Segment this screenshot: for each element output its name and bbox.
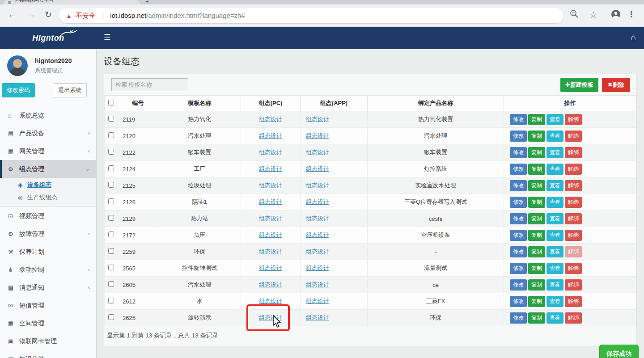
sidebar-item[interactable]: ✉短信管理 [0, 296, 96, 314]
pc-design-link[interactable]: 组态设计 [259, 248, 282, 255]
copy-button[interactable]: 复制 [528, 147, 545, 158]
copy-button[interactable]: 复制 [528, 312, 545, 324]
view-button[interactable]: 查看 [547, 180, 564, 191]
sidebar-item[interactable]: ▦网关管理‹ [0, 142, 96, 160]
sidebar-item[interactable]: ⊡视频管理 [0, 207, 96, 225]
sidebar-item[interactable]: ⋔联动控制‹ [0, 261, 96, 278]
edit-button[interactable]: 修改 [510, 164, 527, 175]
app-design-link[interactable]: 组态设计 [306, 248, 329, 255]
unbind-button[interactable]: 解绑 [565, 147, 582, 158]
app-design-link[interactable]: 组态设计 [306, 182, 329, 189]
row-checkbox[interactable] [108, 265, 114, 270]
unbind-button[interactable]: 解绑 [565, 164, 582, 175]
row-checkbox[interactable] [108, 248, 114, 254]
row-checkbox[interactable] [108, 215, 114, 221]
forward-icon[interactable]: → [27, 9, 36, 20]
row-checkbox[interactable] [108, 298, 114, 303]
row-checkbox[interactable] [108, 314, 114, 320]
logout-button[interactable]: 退出系统 [53, 83, 87, 97]
edit-button[interactable]: 修改 [510, 279, 527, 291]
unbind-button[interactable]: 解绑 [565, 197, 582, 208]
edit-button[interactable]: 修改 [510, 312, 527, 324]
copy-button[interactable]: 复制 [528, 213, 545, 224]
view-button[interactable]: 查看 [547, 312, 564, 324]
row-checkbox[interactable] [108, 281, 114, 287]
view-button[interactable]: 查看 [547, 114, 564, 125]
select-all-checkbox[interactable] [108, 100, 114, 105]
view-button[interactable]: 查看 [547, 213, 564, 224]
pc-design-link[interactable]: 组态设计 [259, 165, 282, 172]
back-icon[interactable]: ← [8, 9, 17, 20]
bookmark-star-icon[interactable]: ☆ [589, 9, 597, 20]
copy-button[interactable]: 复制 [528, 263, 545, 274]
sidebar-item[interactable]: ▣物联网卡管理 [0, 332, 96, 350]
edit-button[interactable]: 修改 [510, 263, 527, 274]
home-icon[interactable]: ⌂ [631, 33, 636, 42]
edit-button[interactable]: 修改 [510, 114, 527, 125]
sidebar-item[interactable]: ⚙故障管理‹ [0, 225, 96, 243]
app-design-link[interactable]: 组态设计 [306, 298, 329, 304]
sidebar-item[interactable]: ▤消息通知‹ [0, 278, 96, 296]
pc-design-link[interactable]: 组态设计 [259, 232, 282, 238]
sidebar-item[interactable]: ⚒保养计划 [0, 243, 96, 261]
view-button[interactable]: 查看 [547, 164, 564, 175]
address-bar[interactable]: ▲ 不安全 | iot.idosp.net/admin/index.html?l… [59, 8, 564, 23]
pc-design-link[interactable]: 组态设计 [259, 198, 282, 205]
edit-button[interactable]: 修改 [510, 131, 527, 142]
unbind-button[interactable]: 解绑 [565, 279, 582, 291]
row-checkbox[interactable] [108, 132, 114, 138]
browser-profile-icon[interactable] [611, 9, 621, 21]
view-button[interactable]: 查看 [547, 263, 564, 274]
app-design-link[interactable]: 组态设计 [306, 314, 329, 321]
pc-design-link[interactable]: 组态设计 [259, 149, 282, 156]
zoom-out-icon[interactable] [570, 9, 579, 20]
copy-button[interactable]: 复制 [528, 180, 545, 191]
app-design-link[interactable]: 组态设计 [306, 149, 329, 156]
view-button[interactable]: 查看 [547, 197, 564, 208]
delete-button[interactable]: ✖删除 [602, 78, 630, 92]
view-button[interactable]: 查看 [547, 296, 564, 307]
new-template-button[interactable]: ✚新建模板 [560, 78, 598, 92]
sidebar-item[interactable]: ▤知识分类 [0, 350, 96, 358]
app-design-link[interactable]: 组态设计 [306, 281, 329, 288]
row-checkbox[interactable] [108, 198, 114, 204]
view-button[interactable]: 查看 [547, 279, 564, 291]
copy-button[interactable]: 复制 [528, 246, 545, 257]
pc-design-link[interactable]: 组态设计 [259, 215, 282, 222]
app-design-link[interactable]: 组态设计 [306, 215, 329, 222]
app-design-link[interactable]: 组态设计 [306, 198, 329, 205]
reload-icon[interactable]: ↻ [45, 9, 52, 20]
copy-button[interactable]: 复制 [528, 164, 545, 175]
pc-design-link[interactable]: 组态设计 [259, 132, 282, 139]
app-design-link[interactable]: 组态设计 [306, 132, 329, 139]
unbind-button[interactable]: 解绑 [565, 114, 582, 125]
row-checkbox[interactable] [108, 232, 114, 237]
edit-button[interactable]: 修改 [510, 230, 527, 241]
pc-design-link[interactable]: 组态设计 [259, 281, 282, 288]
pc-design-link[interactable]: 组态设计 [259, 182, 282, 189]
copy-button[interactable]: 复制 [528, 114, 545, 125]
pc-design-link[interactable]: 组态设计 [259, 116, 282, 122]
hamburger-icon[interactable]: ☰ [104, 33, 110, 42]
edit-button[interactable]: 修改 [510, 197, 527, 208]
row-checkbox[interactable] [108, 165, 114, 171]
search-input[interactable] [111, 78, 188, 91]
sidebar-subitem[interactable]: ◎生产线组态 [0, 191, 96, 204]
app-design-link[interactable]: 组态设计 [306, 265, 329, 271]
sidebar-item[interactable]: ⌂系统总览 [0, 106, 96, 124]
copy-button[interactable]: 复制 [528, 197, 545, 208]
browser-tab[interactable]: 恒顿物联网云平台 [4, 0, 140, 4]
app-design-link[interactable]: 组态设计 [306, 116, 329, 122]
pc-design-link[interactable]: 组态设计 [259, 314, 282, 321]
view-button[interactable]: 查看 [547, 147, 564, 158]
view-button[interactable]: 查看 [547, 131, 564, 142]
copy-button[interactable]: 复制 [528, 296, 545, 307]
sidebar-subitem[interactable]: ◉设备组态 [0, 179, 96, 191]
edit-button[interactable]: 修改 [510, 180, 527, 191]
unbind-button[interactable]: 解绑 [565, 312, 582, 324]
edit-button[interactable]: 修改 [510, 213, 527, 224]
row-checkbox[interactable] [108, 116, 114, 122]
unbind-button[interactable]: 解绑 [565, 263, 582, 274]
edit-button[interactable]: 修改 [510, 147, 527, 158]
view-button[interactable]: 查看 [547, 246, 564, 257]
